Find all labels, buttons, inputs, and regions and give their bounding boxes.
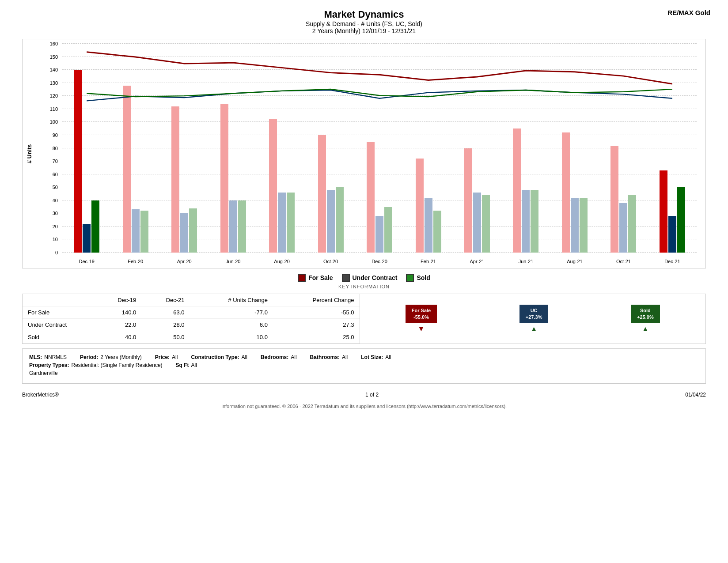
bar-undercontract [522, 190, 530, 253]
card-arrow-uc: ▲ [531, 325, 538, 333]
chart-inner: 0102030405060708090100110120130140150160… [36, 39, 705, 268]
page-header: RE/MAX Gold Market Dynamics Supply & Dem… [18, 9, 710, 34]
legend-sold-label: Sold [417, 274, 430, 281]
page-subtitle2: 2 Years (Monthly) 12/01/19 - 12/31/21 [18, 27, 710, 34]
page-container: RE/MAX Gold Market Dynamics Supply & Dem… [0, 0, 728, 418]
bar-forsale [464, 148, 472, 253]
y-tick: 50 [53, 185, 58, 190]
legend-forsale: For Sale [298, 274, 333, 282]
mls-item: MLS: NNRMLS [29, 354, 67, 360]
bar-group [599, 44, 648, 253]
table-cell-dec21: 28.0 [141, 319, 190, 331]
bar-forsale [171, 106, 179, 253]
bar-forsale [660, 170, 667, 253]
proptype-value: Residential: (Single Family Residence) [71, 362, 162, 368]
bar-group [355, 44, 404, 253]
table-cell-unitsChange: 6.0 [190, 319, 273, 331]
lotsize-item: Lot Size: All [361, 354, 391, 360]
table-row: Sold40.050.010.025.0 [23, 331, 360, 344]
table-cell-label: For Sale [23, 306, 93, 319]
col-header-pct-change: Percent Change [273, 294, 360, 306]
x-label: Jun-21 [501, 259, 550, 264]
bathrooms-item: Bathrooms: All [310, 354, 348, 360]
bar-undercontract [425, 198, 432, 253]
price-label: Price: [155, 354, 170, 360]
col-header-dec19: Dec-19 [93, 294, 141, 306]
footer-brand: BrokerMetrics® [22, 392, 59, 398]
table-cell-pctChange: 25.0 [273, 331, 360, 344]
y-tick: 150 [50, 54, 58, 60]
period-item: Period: 2 Years (Monthly) [80, 354, 142, 360]
y-tick: 100 [50, 119, 58, 125]
bar-group [258, 44, 306, 253]
card-arrow-forsale: ▼ [418, 325, 425, 333]
price-item: Price: All [155, 354, 178, 360]
bar-sold [433, 211, 441, 253]
x-label: Aug-21 [550, 259, 599, 264]
x-label: Feb-20 [111, 259, 159, 264]
y-tick: 130 [50, 80, 58, 86]
y-tick: 160 [50, 41, 58, 46]
construction-label: Construction Type: [191, 354, 239, 360]
bar-undercontract [180, 213, 188, 253]
bathrooms-value: All [342, 354, 348, 360]
y-tick: 70 [53, 159, 58, 164]
table-cell-unitsChange: -77.0 [190, 306, 273, 319]
bar-forsale [123, 86, 131, 253]
x-label: Feb-21 [404, 259, 452, 264]
table-row: For Sale140.063.0-77.0-55.0 [23, 306, 360, 319]
bar-undercontract [473, 193, 481, 253]
bar-undercontract [278, 193, 286, 253]
bar-sold [238, 200, 246, 253]
mls-value: NNRMLS [44, 354, 67, 360]
bar-group [648, 44, 697, 253]
footer-info: MLS: NNRMLS Period: 2 Years (Monthly) Pr… [22, 348, 706, 384]
chart-legend: For Sale Under Contract Sold [18, 274, 710, 282]
y-ticks: 0102030405060708090100110120130140150160 [36, 44, 60, 253]
table-cell-dec21: 50.0 [141, 331, 190, 344]
bar-group [62, 44, 111, 253]
data-table-wrap: Dec-19 Dec-21 # Units Change Percent Cha… [23, 294, 360, 344]
y-axis-label: # Units [23, 39, 36, 268]
bar-sold [580, 198, 588, 253]
change-card-sold: Sold+25.0%▲ [631, 305, 660, 333]
bar-sold [628, 195, 636, 253]
chart-plot: 0102030405060708090100110120130140150160… [36, 39, 705, 268]
table-cell-dec19: 22.0 [93, 319, 141, 331]
table-header-row: Dec-19 Dec-21 # Units Change Percent Cha… [23, 294, 360, 306]
bedrooms-label: Bedrooms: [261, 354, 288, 360]
x-label: Apr-20 [160, 259, 209, 264]
bar-undercontract [327, 190, 335, 253]
table-row: Under Contract22.028.06.027.3 [23, 319, 360, 331]
bar-group [453, 44, 501, 253]
card-arrow-sold: ▲ [642, 325, 649, 333]
page-title: Market Dynamics [18, 9, 710, 20]
card-value: -55.0% [412, 314, 431, 321]
bar-group [306, 44, 355, 253]
footer-info-row2: Property Types: Residential: (Single Fam… [29, 362, 699, 368]
card-label: For Sale [412, 307, 431, 314]
x-label: Aug-20 [258, 259, 306, 264]
bar-sold [336, 187, 344, 253]
data-section: Dec-19 Dec-21 # Units Change Percent Cha… [22, 294, 706, 344]
legend-uc-label: Under Contract [353, 274, 398, 281]
bar-group [209, 44, 257, 253]
x-label: Apr-21 [453, 259, 501, 264]
bar-sold [531, 190, 538, 253]
bar-forsale [318, 135, 326, 253]
bar-undercontract [619, 203, 627, 253]
bathrooms-label: Bathrooms: [310, 354, 340, 360]
bar-group [404, 44, 452, 253]
bar-forsale [367, 142, 375, 253]
bar-forsale [610, 146, 618, 253]
y-tick: 20 [53, 224, 58, 229]
bar-forsale [562, 132, 570, 253]
y-tick: 40 [53, 198, 58, 203]
bar-group [160, 44, 209, 253]
x-label: Dec-21 [648, 259, 697, 264]
footer-date: 01/04/22 [685, 392, 706, 398]
y-tick: 140 [50, 67, 58, 72]
lotsize-label: Lot Size: [361, 354, 383, 360]
area-value: Gardnerville [29, 370, 58, 376]
y-tick: 80 [53, 146, 58, 151]
